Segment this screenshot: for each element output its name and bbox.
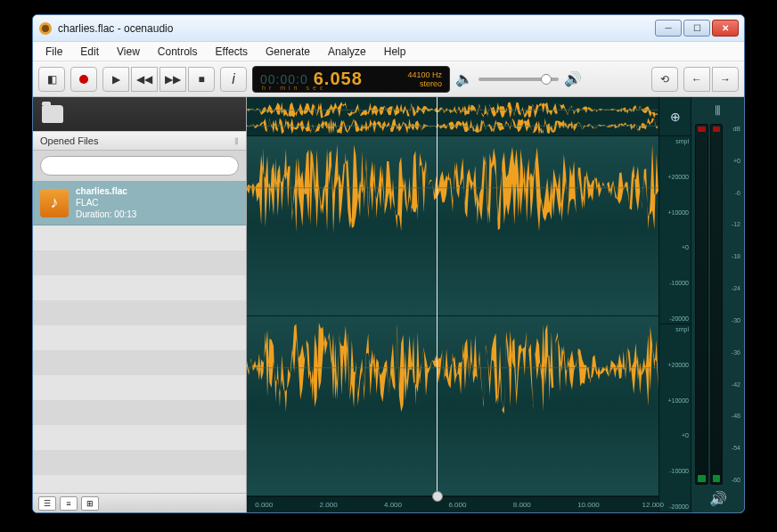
fast-forward-button[interactable]: ▶▶ [159,67,186,92]
nav-back-button[interactable]: ← [683,67,710,92]
menubar: File Edit View Controls Effects Generate… [33,42,744,61]
timeline-tick: 2.000 [320,501,338,509]
time-units: hr min sec [262,85,326,91]
window-title: charlies.flac - ocenaudio [58,22,655,35]
timeline-tick: 8.000 [513,501,531,509]
menu-analyze[interactable]: Analyze [319,44,375,60]
waveform-right [247,316,658,420]
app-window: charlies.flac - ocenaudio File Edit View… [32,14,745,513]
grip-icon[interactable]: ⦀ [715,102,721,119]
menu-effects[interactable]: Effects [207,44,257,60]
volume-thumb[interactable] [541,74,552,85]
sidebar-footer: ☰ ≡ ⊞ [33,493,246,512]
search-input[interactable] [40,156,239,176]
volume-high-icon: 🔊 [564,70,582,87]
file-list-empty [33,225,246,493]
waveform-left [247,136,658,240]
file-format: FLAC [76,197,136,209]
app-icon [38,21,53,36]
view-grid-button[interactable]: ⊞ [81,496,99,511]
volume-low-icon: 🔈 [455,70,473,87]
channel-mode: stereo [420,79,442,88]
level-meter-right [710,124,724,485]
timeline-tick: 12.000 [642,501,664,509]
level-meter-left [695,124,708,485]
amplitude-ruler: ⊕ smpl+20000+10000+0-10000-20000 smpl+20… [658,97,691,512]
history-button[interactable]: ⟲ [651,67,678,92]
volume-control: 🔈 🔊 [455,70,582,87]
zoom-in-icon[interactable]: ⊕ [670,110,681,124]
view-detail-button[interactable]: ≡ [60,496,78,511]
ruler-channel-left: smpl+20000+10000+0-10000-20000 [659,136,691,324]
toggle-panel-button[interactable]: ◧ [38,67,65,92]
timeline-tick: 6.000 [448,501,466,509]
menu-help[interactable]: Help [375,44,415,60]
playhead[interactable] [437,97,438,496]
record-icon [79,75,88,84]
svg-point-1 [42,25,49,32]
menu-edit[interactable]: Edit [71,44,108,60]
waveform-channel-left[interactable] [247,136,658,316]
nav-forward-button[interactable]: → [712,67,739,92]
toolbar: ◧ ▶ ◀◀ ▶▶ ■ i 00:00:0 6.058 44100 Hzster… [33,61,744,97]
db-scale: dB+0-6-12-18-24-30-36-42-48-54-60 [726,124,740,485]
waveform-overview[interactable] [247,97,658,136]
info-icon: i [232,71,235,87]
folder-icon[interactable] [42,105,63,123]
speaker-icon[interactable]: 🔊 [709,490,727,507]
timeline-tick: 4.000 [384,501,402,509]
titlebar[interactable]: charlies.flac - ocenaudio [33,15,744,42]
menu-generate[interactable]: Generate [257,44,319,60]
time-display[interactable]: 00:00:0 6.058 44100 Hzstereo hr min sec [252,66,450,93]
opened-files-label: Opened Files ⦀ [33,131,246,151]
minimize-button[interactable] [655,20,682,37]
file-duration: Duration: 00:13 [76,209,136,220]
menu-controls[interactable]: Controls [149,44,207,60]
menu-file[interactable]: File [37,44,71,60]
timeline-tick: 0.000 [255,501,273,509]
volume-slider[interactable] [478,78,559,81]
grip-icon[interactable]: ⦀ [234,135,239,147]
maximize-button[interactable] [683,20,710,37]
view-list-button[interactable]: ☰ [38,496,56,511]
rewind-button[interactable]: ◀◀ [131,67,158,92]
play-button[interactable]: ▶ [102,67,129,92]
menu-view[interactable]: View [108,44,149,60]
stop-button[interactable]: ■ [188,67,215,92]
file-list-item[interactable]: ♪ charlies.flac FLAC Duration: 00:13 [33,181,246,225]
timeline-tick: 10.000 [577,501,599,509]
sidebar-header [33,97,246,131]
timeline-ruler[interactable]: 0.0002.0004.0006.0008.00010.00012.000 [247,496,658,512]
level-meter-panel: ⦀ dB+0-6-12-18-24-30-36-42-48-54-60 🔊 [691,97,744,512]
file-name: charlies.flac [76,185,136,197]
info-button[interactable]: i [220,67,247,92]
ruler-channel-right: smpl+20000+10000+0-10000-20000 [659,324,691,512]
music-note-icon: ♪ [40,189,69,217]
sidebar: Opened Files ⦀ ♪ charlies.flac FLAC Dura… [33,97,247,512]
close-button[interactable] [712,20,739,37]
waveform-area: 0.0002.0004.0006.0008.00010.00012.000 ⊕ … [247,97,744,512]
record-button[interactable] [70,67,97,92]
sample-rate: 44100 Hz [407,70,442,79]
overview-right-wave [247,117,658,135]
waveform-channel-right[interactable] [247,316,658,496]
